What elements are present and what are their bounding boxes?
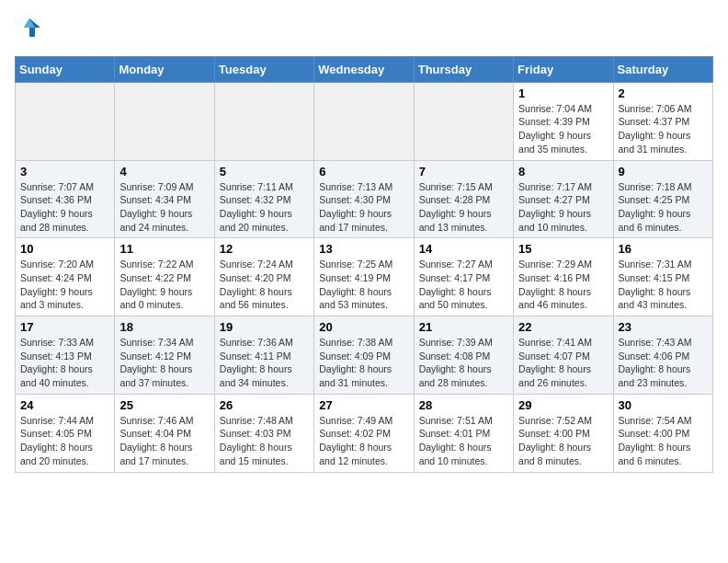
- day-info: Sunrise: 7:25 AMSunset: 4:19 PMDaylight:…: [319, 258, 408, 312]
- day-info: Sunrise: 7:48 AMSunset: 4:03 PMDaylight:…: [220, 414, 309, 468]
- day-info: Sunrise: 7:06 AMSunset: 4:37 PMDaylight:…: [619, 102, 708, 156]
- calendar-cell: 6Sunrise: 7:13 AMSunset: 4:30 PMDaylight…: [314, 160, 414, 238]
- day-number: 3: [20, 165, 109, 178]
- calendar-cell: 24Sunrise: 7:44 AMSunset: 4:05 PMDayligh…: [16, 394, 115, 472]
- day-number: 30: [619, 398, 708, 412]
- day-number: 28: [419, 398, 508, 412]
- calendar-week-row: 3Sunrise: 7:07 AMSunset: 4:36 PMDaylight…: [16, 160, 713, 238]
- day-number: 23: [619, 320, 708, 334]
- day-info: Sunrise: 7:20 AMSunset: 4:24 PMDaylight:…: [20, 258, 109, 312]
- day-info: Sunrise: 7:04 AMSunset: 4:39 PMDaylight:…: [518, 102, 608, 156]
- day-info: Sunrise: 7:41 AMSunset: 4:07 PMDaylight:…: [518, 336, 608, 390]
- day-info: Sunrise: 7:11 AMSunset: 4:32 PMDaylight:…: [220, 180, 309, 235]
- day-info: Sunrise: 7:52 AMSunset: 4:00 PMDaylight:…: [518, 414, 608, 468]
- calendar-cell: [314, 82, 414, 160]
- day-number: 20: [319, 320, 408, 334]
- day-info: Sunrise: 7:27 AMSunset: 4:17 PMDaylight:…: [419, 258, 508, 312]
- calendar-cell: 4Sunrise: 7:09 AMSunset: 4:34 PMDaylight…: [115, 160, 214, 238]
- day-info: Sunrise: 7:29 AMSunset: 4:16 PMDaylight:…: [518, 258, 608, 312]
- day-number: 25: [119, 398, 209, 412]
- day-info: Sunrise: 7:51 AMSunset: 4:01 PMDaylight:…: [419, 414, 508, 468]
- day-info: Sunrise: 7:07 AMSunset: 4:36 PMDaylight:…: [20, 180, 109, 235]
- day-info: Sunrise: 7:13 AMSunset: 4:30 PMDaylight:…: [319, 180, 408, 235]
- day-info: Sunrise: 7:46 AMSunset: 4:04 PMDaylight:…: [119, 414, 209, 468]
- day-info: Sunrise: 7:38 AMSunset: 4:09 PMDaylight:…: [319, 336, 408, 390]
- day-number: 29: [518, 398, 608, 412]
- calendar-cell: 29Sunrise: 7:52 AMSunset: 4:00 PMDayligh…: [514, 394, 613, 472]
- calendar-day-header: Monday: [115, 56, 214, 82]
- day-number: 7: [419, 165, 508, 178]
- calendar-cell: 30Sunrise: 7:54 AMSunset: 4:00 PMDayligh…: [613, 394, 712, 472]
- calendar-cell: 7Sunrise: 7:15 AMSunset: 4:28 PMDaylight…: [414, 160, 513, 238]
- calendar-cell: 21Sunrise: 7:39 AMSunset: 4:08 PMDayligh…: [414, 316, 513, 395]
- calendar-day-header: Sunday: [16, 56, 115, 82]
- calendar-cell: 14Sunrise: 7:27 AMSunset: 4:17 PMDayligh…: [414, 238, 513, 316]
- day-number: 14: [419, 242, 508, 256]
- calendar-cell: 12Sunrise: 7:24 AMSunset: 4:20 PMDayligh…: [214, 238, 313, 316]
- calendar-cell: 19Sunrise: 7:36 AMSunset: 4:11 PMDayligh…: [214, 316, 313, 395]
- day-info: Sunrise: 7:49 AMSunset: 4:02 PMDaylight:…: [319, 414, 408, 468]
- day-number: 16: [619, 242, 708, 256]
- day-number: 12: [220, 242, 309, 256]
- day-info: Sunrise: 7:39 AMSunset: 4:08 PMDaylight:…: [419, 336, 508, 390]
- day-number: 26: [220, 398, 309, 412]
- day-info: Sunrise: 7:36 AMSunset: 4:11 PMDaylight:…: [220, 336, 309, 390]
- calendar-cell: 3Sunrise: 7:07 AMSunset: 4:36 PMDaylight…: [16, 160, 115, 238]
- calendar-cell: 26Sunrise: 7:48 AMSunset: 4:03 PMDayligh…: [214, 394, 313, 472]
- calendar-cell: 8Sunrise: 7:17 AMSunset: 4:27 PMDaylight…: [514, 160, 613, 238]
- day-info: Sunrise: 7:44 AMSunset: 4:05 PMDaylight:…: [20, 414, 109, 468]
- day-number: 19: [220, 320, 309, 334]
- day-number: 13: [319, 242, 408, 256]
- day-number: 15: [518, 242, 608, 256]
- calendar-cell: [115, 82, 214, 160]
- day-number: 11: [119, 242, 209, 256]
- day-number: 24: [20, 398, 109, 412]
- calendar-cell: 20Sunrise: 7:38 AMSunset: 4:09 PMDayligh…: [314, 316, 414, 395]
- calendar-week-row: 10Sunrise: 7:20 AMSunset: 4:24 PMDayligh…: [16, 238, 713, 316]
- day-number: 22: [518, 320, 608, 334]
- calendar-header-row: SundayMondayTuesdayWednesdayThursdayFrid…: [16, 56, 713, 82]
- calendar-cell: 16Sunrise: 7:31 AMSunset: 4:15 PMDayligh…: [613, 238, 712, 316]
- day-info: Sunrise: 7:31 AMSunset: 4:15 PMDaylight:…: [619, 258, 708, 312]
- calendar-cell: 2Sunrise: 7:06 AMSunset: 4:37 PMDaylight…: [613, 82, 712, 160]
- calendar-cell: 5Sunrise: 7:11 AMSunset: 4:32 PMDaylight…: [214, 160, 313, 238]
- logo: [15, 15, 42, 45]
- day-number: 27: [319, 398, 408, 412]
- logo-icon: [17, 15, 42, 40]
- calendar-cell: 28Sunrise: 7:51 AMSunset: 4:01 PMDayligh…: [414, 394, 513, 472]
- day-info: Sunrise: 7:24 AMSunset: 4:20 PMDaylight:…: [220, 258, 309, 312]
- calendar-week-row: 1Sunrise: 7:04 AMSunset: 4:39 PMDaylight…: [16, 82, 713, 160]
- calendar-table: SundayMondayTuesdayWednesdayThursdayFrid…: [15, 56, 713, 473]
- calendar-cell: 18Sunrise: 7:34 AMSunset: 4:12 PMDayligh…: [115, 316, 214, 395]
- day-info: Sunrise: 7:43 AMSunset: 4:06 PMDaylight:…: [619, 336, 708, 390]
- day-number: 4: [119, 165, 209, 178]
- day-number: 2: [619, 86, 708, 100]
- day-number: 5: [220, 165, 309, 178]
- calendar-day-header: Saturday: [613, 56, 712, 82]
- day-info: Sunrise: 7:34 AMSunset: 4:12 PMDaylight:…: [119, 336, 209, 390]
- calendar-cell: 22Sunrise: 7:41 AMSunset: 4:07 PMDayligh…: [514, 316, 613, 395]
- calendar-cell: 1Sunrise: 7:04 AMSunset: 4:39 PMDaylight…: [514, 82, 613, 160]
- calendar-cell: 10Sunrise: 7:20 AMSunset: 4:24 PMDayligh…: [16, 238, 115, 316]
- day-info: Sunrise: 7:54 AMSunset: 4:00 PMDaylight:…: [619, 414, 708, 468]
- calendar-cell: 27Sunrise: 7:49 AMSunset: 4:02 PMDayligh…: [314, 394, 414, 472]
- calendar-day-header: Wednesday: [314, 56, 414, 82]
- day-info: Sunrise: 7:15 AMSunset: 4:28 PMDaylight:…: [419, 180, 508, 235]
- calendar-cell: [414, 82, 513, 160]
- calendar-cell: 17Sunrise: 7:33 AMSunset: 4:13 PMDayligh…: [16, 316, 115, 395]
- day-info: Sunrise: 7:33 AMSunset: 4:13 PMDaylight:…: [20, 336, 109, 390]
- calendar-day-header: Friday: [514, 56, 613, 82]
- calendar-week-row: 24Sunrise: 7:44 AMSunset: 4:05 PMDayligh…: [16, 394, 713, 472]
- day-info: Sunrise: 7:18 AMSunset: 4:25 PMDaylight:…: [619, 180, 708, 235]
- day-number: 1: [518, 86, 608, 100]
- calendar-cell: 23Sunrise: 7:43 AMSunset: 4:06 PMDayligh…: [613, 316, 712, 395]
- calendar-day-header: Tuesday: [214, 56, 313, 82]
- calendar-cell: [214, 82, 313, 160]
- day-info: Sunrise: 7:22 AMSunset: 4:22 PMDaylight:…: [119, 258, 209, 312]
- day-number: 8: [518, 165, 608, 178]
- day-number: 9: [619, 165, 708, 178]
- calendar-cell: [16, 82, 115, 160]
- calendar-cell: 25Sunrise: 7:46 AMSunset: 4:04 PMDayligh…: [115, 394, 214, 472]
- day-info: Sunrise: 7:09 AMSunset: 4:34 PMDaylight:…: [119, 180, 209, 235]
- day-number: 18: [119, 320, 209, 334]
